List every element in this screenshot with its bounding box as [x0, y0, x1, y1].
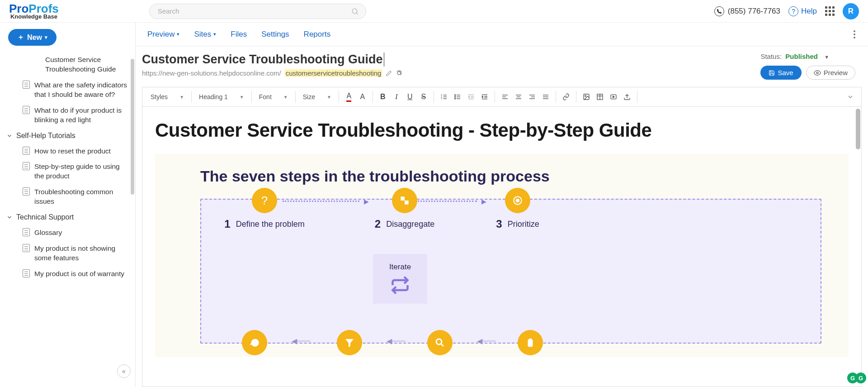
- search-icon: [351, 8, 359, 16]
- svg-line-1: [356, 13, 358, 14]
- sidebar: ＋ New ▾ Customer Service Troubleshooting…: [0, 23, 136, 387]
- font-dropdown[interactable]: Font▼: [255, 93, 292, 100]
- document-icon: [23, 106, 30, 114]
- menu-files[interactable]: Files: [223, 30, 254, 39]
- content-heading: Customer Service Troubleshooting - Step-…: [155, 119, 849, 141]
- title-row: Customer Service Troubleshooting Guide h…: [136, 46, 868, 82]
- align-center-icon[interactable]: [512, 91, 525, 103]
- document-icon: [23, 187, 30, 196]
- document-icon: [23, 81, 30, 89]
- editor-body[interactable]: Customer Service Troubleshooting - Step-…: [142, 107, 862, 387]
- svg-point-46: [516, 199, 519, 202]
- phone-icon: [714, 6, 724, 16]
- preview-button[interactable]: Preview: [806, 66, 855, 80]
- grammarly-icon: G: [855, 373, 866, 383]
- gear-icon[interactable]: [396, 70, 402, 76]
- collapse-sidebar-button[interactable]: «: [117, 364, 131, 378]
- folder-self-help[interactable]: Self-Help Tutorials: [0, 128, 135, 143]
- bold-icon[interactable]: B: [377, 91, 389, 103]
- outdent-icon[interactable]: [465, 91, 477, 103]
- more-menu-icon[interactable]: [854, 30, 855, 38]
- tree-item-reset[interactable]: How to reset the product: [0, 143, 135, 159]
- phone-link[interactable]: (855) 776-7763: [714, 6, 780, 16]
- expand-toolbar-icon[interactable]: [844, 91, 857, 103]
- preview-label: Preview: [824, 69, 848, 76]
- iterate-box: Iterate: [373, 254, 427, 304]
- arrow-right-icon: ▶: [481, 198, 486, 205]
- tree-item-step-guide[interactable]: Step-by-step guide to using the product: [0, 159, 135, 184]
- ordered-list-icon[interactable]: 123: [438, 91, 450, 103]
- menu-preview[interactable]: Preview▾: [140, 30, 187, 39]
- svg-marker-41: [613, 96, 614, 98]
- tree-item-safety[interactable]: What are the safety indicators that I sh…: [0, 77, 135, 103]
- funnel-icon: [337, 330, 362, 355]
- menu-reports[interactable]: Reports: [297, 30, 338, 39]
- document-icon: [23, 162, 30, 170]
- step-2: 2Disaggregate: [377, 188, 432, 230]
- menu-settings[interactable]: Settings: [254, 30, 296, 39]
- logo[interactable]: ProProfs Knowledge Base: [9, 3, 59, 19]
- tree-item-cs-guide[interactable]: Customer Service Troubleshooting Guide: [0, 52, 135, 77]
- save-button[interactable]: Save: [760, 66, 801, 80]
- arrow-left-icon: ◀┄┄┄: [292, 337, 311, 345]
- document-icon: [23, 228, 30, 236]
- svg-point-0: [352, 9, 357, 14]
- tree-item-features[interactable]: My product is not showing some features: [0, 241, 135, 266]
- styles-dropdown[interactable]: Styles▼: [147, 93, 188, 100]
- align-left-icon[interactable]: [499, 91, 511, 103]
- chevron-down-icon: [6, 214, 13, 220]
- logo-subtitle: Knowledge Base: [10, 14, 57, 19]
- tree-item-troubleshoot[interactable]: Troubleshooting common issues: [0, 184, 135, 210]
- text-color-icon[interactable]: A: [343, 91, 355, 103]
- apps-icon[interactable]: [825, 6, 835, 16]
- document-icon: [23, 244, 30, 252]
- unordered-list-icon[interactable]: [451, 91, 464, 103]
- arrow-right-icon: ▶: [364, 198, 369, 205]
- top-right: (855) 776-7763 ? Help R: [714, 3, 859, 19]
- heading-dropdown[interactable]: Heading 1▼: [195, 93, 248, 100]
- new-button[interactable]: ＋ New ▾: [8, 29, 57, 46]
- status-value[interactable]: Published: [785, 53, 818, 60]
- url-base: https://new-gen-solutions.helpdocsonline…: [142, 69, 281, 77]
- image-icon[interactable]: [580, 91, 593, 103]
- table-icon[interactable]: [594, 91, 606, 103]
- search-input[interactable]: Search: [149, 4, 366, 19]
- menu-sites[interactable]: Sites▾: [187, 30, 223, 39]
- chevron-down-icon: ▾: [213, 31, 216, 37]
- editor-scrollbar[interactable]: [856, 109, 860, 149]
- underline-icon[interactable]: U: [404, 91, 416, 103]
- arrow-left-icon: ◀┄┄┄: [477, 337, 496, 345]
- size-dropdown[interactable]: Size▼: [299, 93, 335, 100]
- diagram: ▶ ▶ ? 1Define the problem 2Disaggregate: [200, 199, 821, 344]
- link-icon[interactable]: [560, 91, 572, 103]
- chevron-down-icon[interactable]: ▼: [824, 54, 829, 60]
- indent-icon[interactable]: [478, 91, 491, 103]
- page-title-input[interactable]: Customer Service Troubleshooting Guide: [142, 53, 384, 67]
- clipboard-icon: [518, 330, 543, 355]
- video-icon[interactable]: [607, 91, 620, 103]
- pencil-icon[interactable]: [386, 70, 392, 76]
- avatar[interactable]: R: [843, 3, 859, 19]
- svg-rect-44: [405, 201, 409, 205]
- svg-rect-43: [401, 196, 405, 201]
- sidebar-scrollbar[interactable]: [131, 59, 134, 195]
- infographic: The seven steps in the troubleshooting p…: [155, 154, 849, 357]
- bg-color-icon[interactable]: A: [356, 91, 369, 103]
- svg-line-49: [441, 344, 443, 346]
- tree-item-red-light[interactable]: What to do if your product is blinking a…: [0, 103, 135, 128]
- italic-icon[interactable]: I: [390, 91, 403, 103]
- url-slug[interactable]: customerservicetroubleshooting: [285, 69, 382, 77]
- target-icon: [505, 188, 530, 213]
- help-link[interactable]: ? Help: [788, 6, 817, 16]
- align-justify-icon[interactable]: [539, 91, 552, 103]
- search-icon: [427, 330, 453, 355]
- align-right-icon[interactable]: [526, 91, 538, 103]
- chevron-down-icon: ▾: [45, 34, 47, 40]
- folder-tech-support[interactable]: Technical Support: [0, 210, 135, 225]
- tree-item-glossary[interactable]: Glossary: [0, 225, 135, 241]
- tree-item-label: Step-by-step guide to using the product: [34, 162, 131, 181]
- strike-icon[interactable]: S: [417, 91, 430, 103]
- tree-item-warranty[interactable]: My product is out of warranty: [0, 266, 135, 282]
- upload-icon[interactable]: [621, 91, 633, 103]
- grammarly-badges[interactable]: G G: [850, 373, 866, 383]
